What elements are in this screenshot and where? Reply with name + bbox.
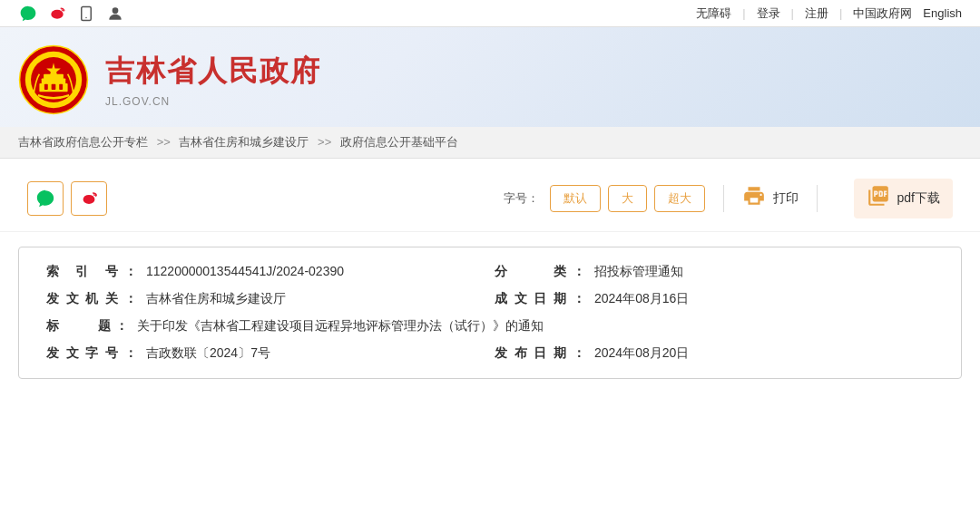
toolbar: 字号： 默认 大 超大 打印 pdf下载 — [0, 166, 980, 232]
top-bar-social — [18, 4, 125, 24]
top-bar: 无障碍 | 登录 | 注册 | 中国政府网 English — [0, 0, 980, 27]
svg-point-2 — [85, 16, 87, 18]
site-title: 吉林省人民政府 — [105, 52, 321, 92]
toolbar-social-buttons — [27, 181, 107, 216]
toolbar-divider-1 — [723, 185, 724, 212]
header: 吉林省人民政府 JL.GOV.CN — [0, 27, 980, 127]
print-icon — [742, 184, 766, 213]
accessibility-link[interactable]: 无障碍 — [696, 5, 731, 22]
title-row: 标 题： 关于印发《吉林省工程建设项目远程异地评标管理办法（试行）》的通知 — [46, 318, 934, 335]
breadcrumb: 吉林省政府信息公开专栏 >> 吉林省住房和城乡建设厅 >> 政府信息公开基础平台 — [0, 127, 980, 159]
document-info-box: 索 引 号： 11220000013544541J/2024-02390 分 类… — [18, 247, 962, 379]
divider-3: | — [839, 6, 842, 20]
size-default-btn[interactable]: 默认 — [550, 185, 601, 212]
national-emblem-icon — [18, 44, 89, 115]
category-label: 分 类： — [495, 264, 585, 280]
index-value: 11220000013544541J/2024-02390 — [146, 264, 485, 278]
header-text: 吉林省人民政府 JL.GOV.CN — [105, 52, 321, 108]
site-domain: JL.GOV.CN — [105, 95, 321, 108]
title-value: 关于印发《吉林省工程建设项目远程异地评标管理办法（试行）》的通知 — [137, 318, 544, 335]
size-xlarge-btn[interactable]: 超大 — [654, 185, 705, 212]
index-label: 索 引 号： — [46, 264, 137, 280]
sep-2: >> — [318, 135, 331, 149]
svg-rect-9 — [44, 73, 64, 78]
toolbar-pdf-btn[interactable]: pdf下载 — [854, 179, 953, 218]
svg-point-0 — [51, 9, 63, 18]
toolbar-divider-2 — [817, 185, 818, 212]
category-value: 招投标管理通知 — [594, 264, 934, 280]
toolbar-font-size: 字号： 默认 大 超大 — [504, 185, 705, 212]
publish-date-value: 2024年08月20日 — [594, 345, 934, 362]
size-label: 字号： — [504, 190, 539, 207]
user-topbar-icon[interactable] — [105, 4, 125, 24]
doc-number-label: 发文字号： — [46, 345, 137, 362]
mobile-topbar-icon[interactable] — [76, 4, 96, 24]
breadcrumb-item-2[interactable]: 吉林省住房和城乡建设厅 — [179, 135, 309, 149]
info-grid: 索 引 号： 11220000013544541J/2024-02390 分 类… — [46, 264, 934, 362]
top-bar-nav: 无障碍 | 登录 | 注册 | 中国政府网 English — [696, 5, 962, 22]
title-label: 标 题： — [46, 318, 128, 335]
size-large-btn[interactable]: 大 — [608, 185, 647, 212]
login-link[interactable]: 登录 — [757, 5, 780, 22]
svg-rect-10 — [44, 83, 48, 89]
doc-date-label: 成文日期： — [495, 291, 585, 307]
print-label: 打印 — [773, 190, 799, 207]
weibo-topbar-icon[interactable] — [47, 4, 67, 24]
issuing-org-value: 吉林省住房和城乡建设厅 — [146, 291, 485, 307]
svg-point-3 — [113, 7, 119, 14]
gov-link[interactable]: 中国政府网 — [853, 5, 912, 22]
english-link[interactable]: English — [923, 6, 962, 20]
toolbar-print-btn[interactable]: 打印 — [742, 184, 799, 213]
svg-point-14 — [83, 195, 95, 204]
svg-rect-12 — [59, 83, 63, 89]
svg-rect-11 — [52, 83, 56, 89]
doc-date-value: 2024年08月16日 — [594, 291, 934, 307]
doc-number-value: 吉政数联〔2024〕7号 — [146, 345, 485, 362]
divider-2: | — [791, 6, 794, 20]
toolbar-wechat-btn[interactable] — [27, 181, 64, 216]
wechat-topbar-icon[interactable] — [18, 4, 38, 24]
pdf-icon — [867, 184, 890, 213]
publish-date-label: 发布日期： — [495, 345, 585, 362]
breadcrumb-item-3[interactable]: 政府信息公开基础平台 — [340, 135, 458, 149]
svg-rect-8 — [42, 78, 66, 83]
divider-1: | — [742, 6, 745, 20]
register-link[interactable]: 注册 — [805, 5, 828, 22]
issuing-org-label: 发文机关： — [46, 291, 137, 307]
toolbar-weibo-btn[interactable] — [71, 181, 107, 216]
breadcrumb-item-1[interactable]: 吉林省政府信息公开专栏 — [18, 135, 148, 149]
pdf-label: pdf下载 — [897, 190, 940, 207]
sep-1: >> — [157, 135, 171, 149]
